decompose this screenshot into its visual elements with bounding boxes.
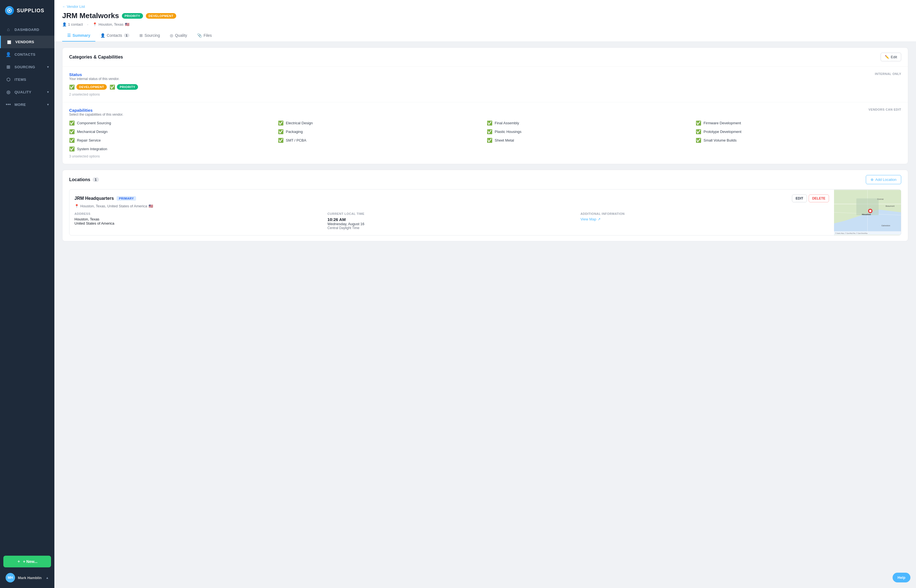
- time-detail: CURRENT LOCAL TIME 10:26 AM Wednesday, A…: [327, 212, 576, 230]
- sidebar-navigation: ⌂ DASHBOARD ▦ VENDORS 👤 CONTACTS ⊞ SOURC…: [0, 21, 54, 552]
- map-svg: Conroe Beaumont Houston Galveston © Stad…: [834, 189, 901, 235]
- check-icon: ✅: [69, 84, 75, 90]
- capability-item: ✅ Plastic Housings: [487, 129, 693, 134]
- status-title: Status: [69, 72, 119, 77]
- sidebar-bottom: ＋ + New... MH Mark Hamblin ▲: [0, 552, 54, 588]
- edit-icon: ✏️: [885, 55, 889, 59]
- avatar: MH: [6, 573, 15, 582]
- capabilities-section: Capabilities Select the capabilities of …: [63, 102, 908, 164]
- sidebar: SUPPLIOS ⌂ DASHBOARD ▦ VENDORS 👤 CONTACT…: [0, 0, 54, 588]
- location-header: JRM Headquarters PRIMARY EDIT DELETE: [74, 194, 829, 202]
- location-address-line: 📍 Houston, Texas, United States of Ameri…: [74, 204, 829, 208]
- development-status-badge: DEVELOPMENT: [76, 84, 107, 90]
- edit-button[interactable]: ✏️ Edit: [880, 53, 901, 61]
- capabilities-subtitle: Select the capabilities of this vendor.: [69, 113, 123, 116]
- capability-item: ✅ Sheet Metal: [487, 138, 693, 143]
- card-title: Categories & Capabilities: [69, 55, 123, 60]
- tab-quality[interactable]: ◎ Quality: [165, 30, 192, 42]
- pin-icon: 📍: [92, 22, 97, 26]
- svg-point-10: [869, 210, 871, 212]
- svg-rect-8: [856, 199, 879, 215]
- check-icon: ✅: [69, 146, 75, 152]
- sidebar-item-label: ITEMS: [15, 78, 26, 82]
- sidebar-item-vendors[interactable]: ▦ VENDORS: [0, 36, 54, 48]
- edit-location-button[interactable]: EDIT: [792, 194, 807, 202]
- new-button[interactable]: ＋ + New...: [3, 556, 51, 567]
- current-date: Wednesday, August 16: [327, 222, 576, 226]
- tab-summary[interactable]: ☰ Summary: [62, 30, 95, 42]
- add-location-button[interactable]: ⊕ Add Location: [866, 175, 901, 184]
- logo-icon: [5, 6, 14, 15]
- status-unselected: 2 unselected options: [69, 92, 901, 97]
- items-icon: ⬡: [6, 77, 11, 82]
- sidebar-item-items[interactable]: ⬡ ITEMS: [0, 73, 54, 86]
- plus-icon: ＋: [17, 559, 21, 564]
- sidebar-item-sourcing[interactable]: ⊞ SOURCING ▾: [0, 61, 54, 73]
- additional-label: ADDITIONAL INFORMATION: [581, 212, 829, 215]
- sidebar-item-label: QUALITY: [15, 90, 31, 94]
- breadcrumb[interactable]: ← Vendor List: [62, 5, 908, 9]
- check-icon: ✅: [487, 120, 492, 126]
- capability-item: ✅ Prototype Development: [696, 129, 901, 134]
- sidebar-item-more[interactable]: ••• MORE ▾: [0, 99, 54, 111]
- locations-title: Locations: [69, 177, 91, 182]
- pin-icon: 📍: [74, 204, 79, 208]
- additional-detail: ADDITIONAL INFORMATION View Map ↗: [581, 212, 829, 230]
- locations-card: Locations 1 ⊕ Add Location JRM Headquart…: [62, 170, 908, 241]
- locations-count: 1: [92, 177, 99, 182]
- vendors-icon: ▦: [6, 39, 12, 45]
- vendor-header: JRM Metalworks PRIORITY DEVELOPMENT: [62, 11, 908, 20]
- capabilities-header: Capabilities Select the capabilities of …: [69, 108, 901, 116]
- tab-sourcing[interactable]: ⊞ Sourcing: [134, 30, 165, 42]
- card-header: Categories & Capabilities ✏️ Edit: [63, 48, 908, 66]
- chevron-down-icon: ▾: [47, 103, 49, 107]
- chevron-down-icon: ▾: [47, 65, 49, 69]
- locations-title-group: Locations 1: [69, 177, 99, 182]
- capability-item: ✅ Electrical Design: [278, 120, 484, 126]
- capability-item: ✅ SMT / PCBA: [278, 138, 484, 143]
- check-icon: ✅: [278, 120, 283, 126]
- priority-status-badge: PRIORITY: [117, 84, 138, 90]
- user-name: Mark Hamblin: [18, 576, 42, 580]
- location-actions: EDIT DELETE: [792, 194, 829, 202]
- svg-text:Conroe: Conroe: [877, 198, 884, 200]
- chevron-down-icon: ▾: [47, 90, 49, 94]
- view-map-link[interactable]: View Map ↗: [581, 217, 829, 221]
- capability-item: ✅ System Integration: [69, 146, 275, 152]
- sidebar-item-contacts[interactable]: 👤 CONTACTS: [0, 48, 54, 61]
- tab-files[interactable]: 📎 Files: [192, 30, 217, 42]
- address-label: ADDRESS: [74, 212, 323, 215]
- help-button[interactable]: Help: [893, 573, 910, 582]
- tab-contacts[interactable]: 👤 Contacts 1: [95, 30, 134, 42]
- check-icon: ✅: [69, 138, 75, 143]
- content-area: Categories & Capabilities ✏️ Edit Status…: [54, 42, 916, 588]
- contacts-tab-icon: 👤: [100, 33, 105, 38]
- contact-count: 👤 1 contact: [62, 22, 83, 26]
- contacts-meta-icon: 👤: [62, 22, 66, 26]
- page-content: Categories & Capabilities ✏️ Edit Status…: [54, 42, 916, 252]
- sidebar-item-label: CONTACTS: [15, 52, 36, 57]
- svg-text:Beaumont: Beaumont: [885, 205, 895, 207]
- priority-status-item: ✅ PRIORITY: [110, 84, 138, 90]
- svg-text:Galveston: Galveston: [881, 225, 890, 226]
- user-area[interactable]: MH Mark Hamblin ▲: [3, 571, 51, 585]
- more-icon: •••: [6, 102, 11, 107]
- dashboard-icon: ⌂: [6, 27, 11, 32]
- check-icon: ✅: [487, 138, 492, 143]
- current-time: 10:26 AM: [327, 217, 576, 222]
- capability-item: ✅ Repair Service: [69, 138, 275, 143]
- categories-capabilities-card: Categories & Capabilities ✏️ Edit Status…: [62, 47, 908, 164]
- address-line1: Houston, Texas: [74, 217, 323, 221]
- development-badge: DEVELOPMENT: [146, 13, 176, 19]
- delete-location-button[interactable]: DELETE: [809, 194, 829, 202]
- capabilities-grid: ✅ Component Sourcing ✅ Electrical Design…: [69, 120, 901, 152]
- vendor-meta: 👤 1 contact · 📍 Houston, Texas 🇺🇸: [62, 22, 908, 26]
- sidebar-item-dashboard[interactable]: ⌂ DASHBOARD: [0, 23, 54, 36]
- contacts-icon: 👤: [6, 52, 11, 57]
- summary-tab-icon: ☰: [67, 33, 71, 38]
- svg-text:© Stadia Maps, © OpenMapTiles,: © Stadia Maps, © OpenMapTiles, © OpenStr…: [835, 233, 867, 234]
- sidebar-item-quality[interactable]: ◎ QUALITY ▾: [0, 86, 54, 99]
- status-subtitle: Your internal status of this vendor.: [69, 77, 119, 81]
- files-tab-icon: 📎: [197, 33, 202, 38]
- status-badges: ✅ DEVELOPMENT ✅ PRIORITY: [69, 84, 901, 90]
